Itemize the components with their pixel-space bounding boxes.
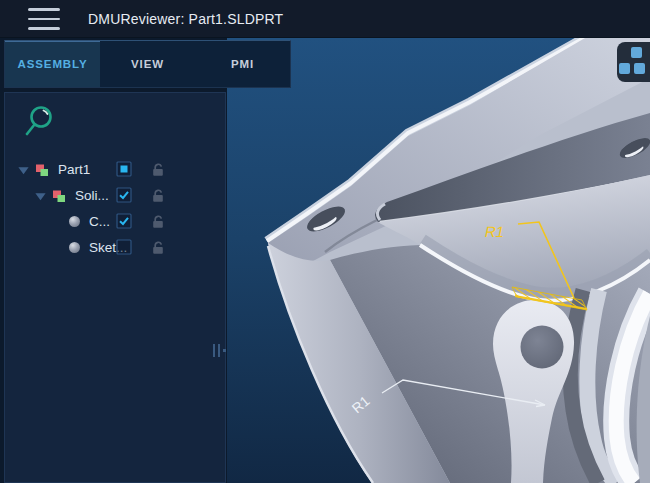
- lug-hole: [521, 326, 564, 369]
- components-button[interactable]: [617, 42, 650, 82]
- hamburger-menu-button[interactable]: [28, 8, 62, 30]
- pmi-fillet-label[interactable]: R1: [483, 223, 506, 240]
- visibility-checkbox[interactable]: [116, 187, 132, 203]
- expander-icon[interactable]: [34, 189, 47, 202]
- lock-icon[interactable]: [151, 188, 166, 204]
- model-tree: Part1Soli...C...Sket...: [5, 157, 225, 261]
- window-title: DMUReviewer: Part1.SLDPRT: [88, 0, 283, 38]
- body-icon: [69, 216, 80, 227]
- tree-item-label: Soli...: [75, 188, 109, 203]
- search-button[interactable]: [19, 101, 59, 147]
- sidebar: Part1Soli...C...Sket...: [0, 38, 227, 483]
- titlebar: DMUReviewer: Part1.SLDPRT: [0, 0, 650, 38]
- tree-item-label: C...: [89, 214, 110, 229]
- tree-row-2[interactable]: C...: [5, 209, 225, 235]
- lock-icon[interactable]: [151, 240, 166, 256]
- tab-pmi[interactable]: PMI: [195, 41, 290, 87]
- tab-assembly[interactable]: ASSEMBLY: [5, 41, 100, 87]
- lock-icon[interactable]: [151, 214, 166, 230]
- tree-row-1[interactable]: Soli...: [5, 183, 225, 209]
- lock-icon[interactable]: [151, 162, 166, 178]
- search-icon: [22, 103, 56, 143]
- expander-icon[interactable]: [17, 163, 30, 176]
- visibility-checkbox[interactable]: [116, 239, 132, 255]
- tree-item-label: Part1: [58, 162, 90, 177]
- tree-row-3[interactable]: Sket...: [5, 235, 225, 261]
- tree-row-0[interactable]: Part1: [5, 157, 225, 183]
- tab-bar: ASSEMBLYVIEWPMI: [4, 40, 291, 88]
- sidebar-collapse-handle[interactable]: [213, 343, 227, 359]
- cad-scene: R1 R1: [227, 38, 650, 483]
- visibility-checkbox[interactable]: [116, 161, 132, 177]
- part-icon: [35, 163, 49, 177]
- body-icon: [69, 242, 80, 253]
- dmu-reviewer-app: R1 R1 Part: [0, 0, 650, 483]
- hamburger-icon: [28, 8, 60, 11]
- viewport-3d[interactable]: R1 R1: [227, 38, 650, 483]
- part-icon: [52, 189, 66, 203]
- visibility-checkbox[interactable]: [116, 213, 132, 229]
- model-tree-panel: Part1Soli...C...Sket...: [4, 92, 226, 483]
- tab-view[interactable]: VIEW: [100, 41, 195, 87]
